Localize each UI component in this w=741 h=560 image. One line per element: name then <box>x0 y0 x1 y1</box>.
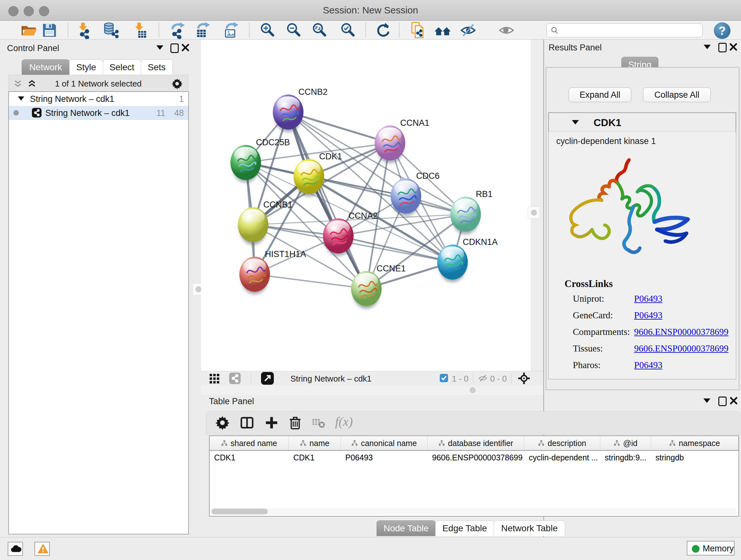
expand-all-button[interactable]: Expand All <box>569 87 631 102</box>
edge-CCNA2-CDKN1A[interactable] <box>338 236 453 262</box>
tab-network-table[interactable]: Network Table <box>494 520 565 536</box>
delete-column-trash-icon[interactable] <box>288 415 302 430</box>
section-expander-icon[interactable] <box>572 120 579 125</box>
function-builder-icon[interactable]: f(x) <box>335 414 353 429</box>
panel-undock-icon[interactable] <box>718 43 727 52</box>
zoom-selected-icon[interactable] <box>339 22 356 39</box>
crosslink-value[interactable]: 9606.ENSP00000378699 <box>634 327 729 337</box>
tab-sets[interactable]: Sets <box>141 59 173 75</box>
tab-style[interactable]: Style <box>69 59 103 75</box>
node-HIST1H1A[interactable] <box>239 257 270 292</box>
hide-selected-eye-icon[interactable] <box>460 22 477 39</box>
panel-float-icon[interactable] <box>703 398 711 403</box>
node-CDK1[interactable] <box>293 159 324 194</box>
panel-close-icon[interactable] <box>181 44 190 52</box>
export-network-icon[interactable] <box>169 22 186 39</box>
table-horizontal-scrollbar[interactable] <box>210 508 737 515</box>
right-splitter-handle[interactable] <box>528 206 540 219</box>
crosslink-value[interactable]: P06493 <box>634 294 663 304</box>
node-label-CCNB1: CCNB1 <box>263 200 293 210</box>
panel-close-icon[interactable] <box>730 396 738 405</box>
horizontal-splitter[interactable] <box>201 385 543 395</box>
node-CDC25B[interactable] <box>230 145 261 180</box>
protein-section-header[interactable]: CDK1 <box>549 113 736 132</box>
add-column-icon[interactable] <box>264 415 279 430</box>
zoom-fit-icon[interactable] <box>311 22 328 39</box>
collapse-all-button[interactable]: Collapse All <box>643 87 711 102</box>
column-header[interactable]: shared name <box>210 436 289 450</box>
export-image-icon[interactable] <box>222 22 240 39</box>
help-button[interactable]: ? <box>714 22 731 39</box>
open-session-icon[interactable] <box>20 22 37 39</box>
refresh-icon[interactable] <box>375 22 392 39</box>
memory-button[interactable]: Memory <box>687 541 735 556</box>
panel-float-icon[interactable] <box>156 45 163 50</box>
birdseye-icon[interactable] <box>518 372 530 385</box>
edge-CCNB2-CCNE1[interactable] <box>288 112 366 289</box>
column-header[interactable]: canonical name <box>341 436 428 450</box>
cell-namespace[interactable]: stringdb <box>651 451 738 464</box>
warning-status-button[interactable] <box>35 542 50 556</box>
cloud-status-button[interactable] <box>8 542 23 556</box>
panel-undock-icon[interactable] <box>718 396 727 406</box>
import-network-icon[interactable] <box>74 22 91 39</box>
share-view-icon[interactable] <box>229 373 241 384</box>
network-row-selected[interactable]: String Network – cdk1 11 48 <box>9 106 188 120</box>
column-header[interactable]: description <box>524 436 600 450</box>
import-network-from-database-icon[interactable] <box>102 22 119 39</box>
network-collection-row[interactable]: String Network – cdk1 1 <box>9 92 188 106</box>
selected-checkbox-icon[interactable] <box>440 374 448 382</box>
search-input[interactable] <box>561 24 700 36</box>
export-table-icon[interactable] <box>194 22 211 39</box>
cell-name[interactable]: CDK1 <box>289 451 341 464</box>
network-options-gear-icon[interactable] <box>172 78 183 89</box>
table-row[interactable]: CDK1 CDK1 P06493 9606.ENSP00000378699 cy… <box>210 451 738 464</box>
cell-shared-name[interactable]: CDK1 <box>210 451 289 464</box>
node-CCNB2[interactable] <box>273 95 304 130</box>
cell-description[interactable]: cyclin-dependent ... <box>524 451 600 464</box>
zoom-in-icon[interactable] <box>259 22 276 39</box>
show-all-networks-icon[interactable] <box>434 22 452 39</box>
node-CDKN1A[interactable] <box>437 245 468 280</box>
column-header[interactable]: @id <box>600 436 651 450</box>
save-session-icon[interactable] <box>41 22 58 39</box>
crosslink-value[interactable]: P06493 <box>634 360 663 370</box>
crosslink-value[interactable]: 9606.ENSP00000378699 <box>634 343 729 354</box>
panel-float-icon[interactable] <box>704 45 711 49</box>
cell-database-identifier[interactable]: 9606.ENSP00000378699 <box>428 451 524 464</box>
column-header[interactable]: namespace <box>651 436 738 450</box>
node-CDC6[interactable] <box>391 179 421 213</box>
node-CCNE1[interactable] <box>351 271 382 306</box>
node-CCNA1[interactable] <box>375 125 405 161</box>
tab-node-table[interactable]: Node Table <box>377 520 435 536</box>
horizontal-splitter-handle[interactable] <box>470 387 475 393</box>
grid-view-icon[interactable] <box>209 374 219 384</box>
tab-edge-table[interactable]: Edge Table <box>435 520 494 536</box>
show-eye-icon[interactable] <box>498 22 515 39</box>
edge-HIST1H1A-CCNE1[interactable] <box>255 274 366 289</box>
panel-undock-icon[interactable] <box>171 44 179 53</box>
cell-canonical-name[interactable]: P06493 <box>341 451 428 464</box>
scrollbar-thumb[interactable] <box>212 509 268 514</box>
protein-structure-thumbnail <box>351 271 382 306</box>
network-canvas[interactable]: CCNB2CCNA1CDC25BCDK1CDC6RB1CCNB1CCNA2CDK… <box>201 40 543 371</box>
crosslink-label: Tissues: <box>573 343 634 354</box>
node-CCNB1[interactable] <box>238 207 268 242</box>
tree-expander-icon[interactable] <box>18 97 24 101</box>
table-settings-gear-icon[interactable] <box>215 415 230 430</box>
open-in-window-icon[interactable] <box>261 372 274 385</box>
column-header[interactable]: name <box>289 436 341 450</box>
cell-id[interactable]: stringdb:9... <box>600 451 651 464</box>
zoom-out-icon[interactable] <box>285 22 302 39</box>
delete-table-icon[interactable] <box>312 415 326 430</box>
tab-select[interactable]: Select <box>103 59 141 75</box>
copy-network-icon[interactable] <box>409 22 426 39</box>
node-CCNA2[interactable] <box>323 219 354 253</box>
column-header[interactable]: database identifier <box>428 436 524 450</box>
crosslink-value[interactable]: P06493 <box>634 310 663 320</box>
panel-close-icon[interactable] <box>729 43 738 51</box>
show-columns-icon[interactable] <box>240 415 254 430</box>
node-RB1[interactable] <box>450 197 481 232</box>
tab-network[interactable]: Network <box>22 59 70 75</box>
import-table-icon[interactable] <box>131 22 148 39</box>
